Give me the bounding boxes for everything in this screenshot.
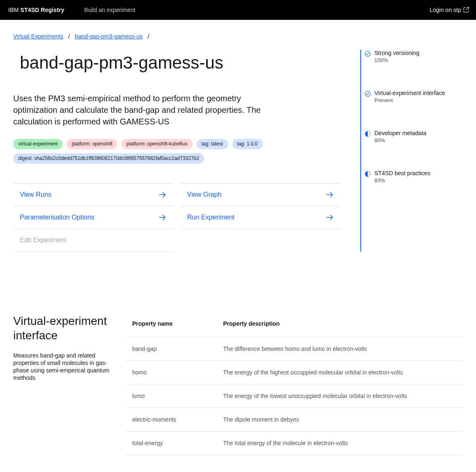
tag[interactable]: tag: 1.0.0 xyxy=(232,139,263,149)
table-row: total-energyThe total energy of the mole… xyxy=(126,431,463,455)
param-options-link[interactable]: Parameterisation Options xyxy=(13,206,173,229)
svg-point-0 xyxy=(365,51,371,57)
tag[interactable]: virtual-experiment xyxy=(13,139,62,149)
tag[interactable]: platform: openshift xyxy=(67,139,117,149)
property-name: homo xyxy=(126,360,217,384)
property-name: total-energy xyxy=(126,431,217,455)
breadcrumb-current[interactable]: band-gap-pm3-gamess-us xyxy=(75,33,143,40)
page-title: band-gap-pm3-gamess-us xyxy=(20,53,340,73)
col-property-name: Property name xyxy=(126,314,217,337)
sidebar-metrics: Strong versioning100%Virtual-experiment … xyxy=(360,50,463,252)
metric-label: Strong versioning xyxy=(374,50,419,56)
view-runs-link[interactable]: View Runs xyxy=(13,183,173,206)
metric-value: Present xyxy=(374,97,445,103)
col-property-desc: Property description xyxy=(217,314,463,337)
property-desc: The difference between homo and lumo in … xyxy=(217,337,463,360)
brand-strong: ST4SD Registry xyxy=(20,7,64,13)
property-desc: The dipole moment in debyes xyxy=(217,408,463,431)
table-row: homoThe energy of the highest occuppied … xyxy=(126,360,463,384)
sidebar-metric: Virtual-experiment interfacePresent xyxy=(364,90,463,103)
experiment-description: Uses the PM3 semi-empirical method to pe… xyxy=(13,93,278,127)
properties-table: Property name Property description band-… xyxy=(126,314,463,455)
link-label: View Runs xyxy=(20,191,51,198)
property-name: electric-moments xyxy=(126,408,217,431)
arrow-right-icon xyxy=(158,213,167,222)
breadcrumb-root[interactable]: Virtual Experiments xyxy=(13,33,63,40)
table-row: band-gapThe difference between homo and … xyxy=(126,337,463,360)
property-name: band-gap xyxy=(126,337,217,360)
breadcrumb-sep: / xyxy=(68,33,70,40)
tag[interactable]: digest: sha256x2c0dedd751db1ff8388082170… xyxy=(13,153,204,164)
checkmark-outline-icon xyxy=(364,50,371,57)
run-experiment-link[interactable]: Run Experiment xyxy=(181,206,340,229)
metric-label: Virtual-experiment interface xyxy=(374,90,445,96)
link-label: View Graph xyxy=(187,191,221,198)
link-label: Edit Experiment xyxy=(20,236,67,244)
breadcrumb-sep: / xyxy=(148,33,149,40)
metric-value: 100% xyxy=(374,57,419,63)
tag[interactable]: tag: latest xyxy=(197,139,228,149)
metric-label: Developer metadata xyxy=(374,130,426,136)
half-circle-icon xyxy=(364,171,371,177)
interface-subtext: Measures band-gap and related properties… xyxy=(13,352,112,382)
metric-value: 93% xyxy=(374,177,430,184)
half-circle-icon xyxy=(364,131,371,137)
checkmark-outline-icon xyxy=(364,91,371,97)
login-label: Login on stp xyxy=(430,7,461,13)
svg-point-1 xyxy=(365,91,371,97)
link-label: Run Experiment xyxy=(187,214,235,221)
metric-label: ST4SD best practices xyxy=(374,170,430,176)
table-row: lumoThe energy of the lowest unoccuppied… xyxy=(126,384,463,408)
metric-value: 80% xyxy=(374,137,426,143)
property-desc: The energy of the highest occuppied mole… xyxy=(217,360,463,384)
tag-list: virtual-experimentplatform: openshiftpla… xyxy=(13,139,340,164)
sidebar-metric: Strong versioning100% xyxy=(364,50,463,63)
interface-heading: Virtual-experiment interface xyxy=(13,314,112,343)
link-label: Parameterisation Options xyxy=(20,214,95,221)
arrow-right-icon xyxy=(326,213,334,222)
property-desc: The total energy of the molecule in elec… xyxy=(217,431,463,455)
property-desc: The energy of the lowest unoccuppied mol… xyxy=(217,384,463,408)
actions-grid: View Runs View Graph Parameterisation Op… xyxy=(13,184,340,252)
tag[interactable]: platform: openshift-kubeflux xyxy=(121,139,192,149)
sidebar-metric: Developer metadata80% xyxy=(364,130,463,143)
view-graph-link[interactable]: View Graph xyxy=(181,183,340,206)
brand-prefix: IBM xyxy=(8,7,20,13)
breadcrumb: Virtual Experiments / band-gap-pm3-games… xyxy=(13,33,463,40)
table-row: electric-momentsThe dipole moment in deb… xyxy=(126,408,463,431)
top-header: IBM ST4SD Registry Build an experiment L… xyxy=(0,0,476,20)
brand[interactable]: IBM ST4SD Registry xyxy=(8,7,64,13)
property-name: lumo xyxy=(126,384,217,408)
arrow-right-icon xyxy=(326,191,334,199)
arrow-right-icon xyxy=(158,191,167,199)
sidebar-metric: ST4SD best practices93% xyxy=(364,170,463,184)
edit-experiment-link: Edit Experiment xyxy=(13,229,173,252)
nav-build-experiment[interactable]: Build an experiment xyxy=(84,7,136,13)
login-link[interactable]: Login on stp xyxy=(430,7,469,13)
launch-icon xyxy=(463,7,469,13)
